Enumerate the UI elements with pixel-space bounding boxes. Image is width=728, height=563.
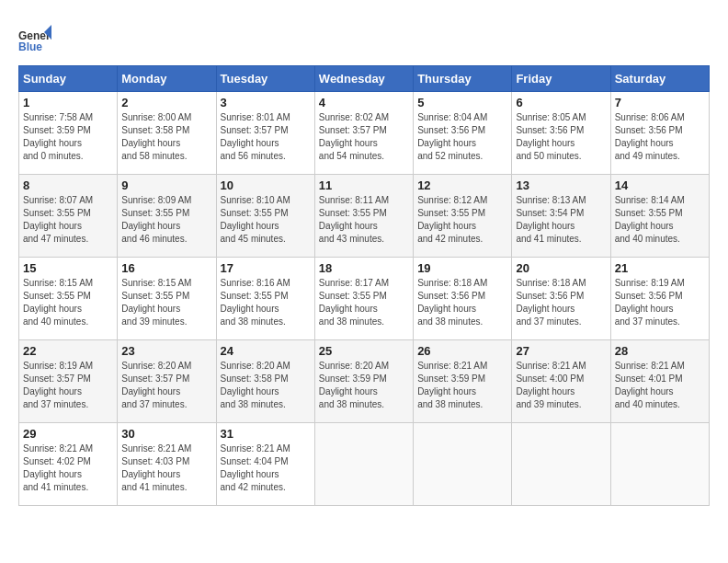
- day-info: Sunrise: 8:15 AMSunset: 3:55 PMDaylight …: [23, 277, 113, 328]
- calendar-table: SundayMondayTuesdayWednesdayThursdayFrid…: [18, 65, 710, 506]
- daylight-detail: and 38 minutes.: [319, 316, 384, 327]
- day-info: Sunrise: 8:05 AMSunset: 3:56 PMDaylight …: [516, 111, 606, 163]
- day-number: 9: [121, 178, 211, 192]
- day-info: Sunrise: 8:15 AMSunset: 3:55 PMDaylight …: [121, 277, 211, 328]
- daylight-label: Daylight hours: [23, 304, 82, 314]
- daylight-detail: and 41 minutes.: [23, 482, 88, 492]
- daylight-detail: and 38 minutes.: [417, 316, 483, 327]
- daylight-label: Daylight hours: [221, 138, 279, 148]
- calendar-day-cell: 19Sunrise: 8:18 AMSunset: 3:56 PMDayligh…: [414, 258, 512, 340]
- day-number: 7: [615, 96, 705, 109]
- calendar-day-cell: 9Sunrise: 8:09 AMSunset: 3:55 PMDaylight…: [118, 175, 216, 258]
- day-number: 22: [23, 344, 113, 358]
- daylight-label: Daylight hours: [221, 386, 279, 396]
- day-number: 20: [516, 261, 606, 275]
- daylight-detail: and 37 minutes.: [121, 399, 187, 409]
- day-number: 28: [615, 344, 705, 358]
- daylight-label: Daylight hours: [319, 304, 378, 314]
- daylight-label: Daylight hours: [417, 304, 476, 314]
- calendar-day-cell: 5Sunrise: 8:04 AMSunset: 3:56 PMDaylight…: [414, 92, 512, 175]
- daylight-detail: and 47 minutes.: [23, 234, 88, 244]
- daylight-label: Daylight hours: [319, 221, 378, 231]
- calendar-week-row: 29Sunrise: 8:21 AMSunset: 4:02 PMDayligh…: [19, 423, 710, 506]
- daylight-detail: and 39 minutes.: [121, 316, 187, 327]
- daylight-detail: and 37 minutes.: [23, 399, 88, 409]
- daylight-detail: and 49 minutes.: [615, 151, 680, 161]
- daylight-label: Daylight hours: [516, 221, 574, 231]
- empty-cell: [512, 423, 610, 506]
- day-number: 6: [516, 96, 606, 109]
- daylight-detail: and 40 minutes.: [23, 316, 88, 327]
- day-info: Sunrise: 8:19 AMSunset: 3:57 PMDaylight …: [23, 360, 113, 411]
- daylight-label: Daylight hours: [417, 138, 476, 148]
- calendar-day-cell: 26Sunrise: 8:21 AMSunset: 3:59 PMDayligh…: [414, 340, 512, 423]
- day-info: Sunrise: 8:21 AMSunset: 3:59 PMDaylight …: [417, 360, 507, 411]
- day-info: Sunrise: 8:12 AMSunset: 3:55 PMDaylight …: [417, 194, 507, 246]
- calendar-week-row: 15Sunrise: 8:15 AMSunset: 3:55 PMDayligh…: [19, 258, 710, 340]
- daylight-detail: and 52 minutes.: [417, 151, 483, 161]
- daylight-label: Daylight hours: [23, 221, 82, 231]
- day-info: Sunrise: 8:06 AMSunset: 3:56 PMDaylight …: [615, 111, 705, 163]
- daylight-label: Daylight hours: [615, 221, 674, 231]
- calendar-week-row: 22Sunrise: 8:19 AMSunset: 3:57 PMDayligh…: [19, 340, 710, 423]
- col-header-monday: Monday: [118, 66, 216, 92]
- day-info: Sunrise: 8:09 AMSunset: 3:55 PMDaylight …: [121, 194, 211, 246]
- day-number: 18: [319, 261, 409, 275]
- daylight-label: Daylight hours: [615, 386, 674, 396]
- daylight-label: Daylight hours: [23, 138, 82, 148]
- daylight-detail: and 41 minutes.: [516, 234, 581, 244]
- daylight-label: Daylight hours: [23, 469, 82, 479]
- day-info: Sunrise: 8:21 AMSunset: 4:03 PMDaylight …: [121, 442, 211, 494]
- daylight-detail: and 40 minutes.: [615, 399, 680, 409]
- calendar-day-cell: 31Sunrise: 8:21 AMSunset: 4:04 PMDayligh…: [216, 423, 314, 506]
- day-number: 30: [121, 427, 211, 441]
- daylight-detail: and 40 minutes.: [615, 234, 680, 244]
- calendar-day-cell: 11Sunrise: 8:11 AMSunset: 3:55 PMDayligh…: [314, 175, 413, 258]
- day-info: Sunrise: 8:11 AMSunset: 3:55 PMDaylight …: [319, 194, 409, 246]
- day-info: Sunrise: 8:20 AMSunset: 3:58 PMDaylight …: [221, 360, 311, 411]
- calendar-day-cell: 24Sunrise: 8:20 AMSunset: 3:58 PMDayligh…: [216, 340, 314, 423]
- day-info: Sunrise: 8:18 AMSunset: 3:56 PMDaylight …: [516, 277, 606, 328]
- day-number: 13: [516, 178, 606, 192]
- daylight-label: Daylight hours: [121, 469, 180, 479]
- day-info: Sunrise: 8:20 AMSunset: 3:57 PMDaylight …: [121, 360, 211, 411]
- col-header-thursday: Thursday: [414, 66, 512, 92]
- daylight-detail: and 46 minutes.: [121, 234, 187, 244]
- col-header-saturday: Saturday: [610, 66, 709, 92]
- calendar-day-cell: 27Sunrise: 8:21 AMSunset: 4:00 PMDayligh…: [512, 340, 610, 423]
- daylight-label: Daylight hours: [221, 469, 279, 479]
- daylight-detail: and 56 minutes.: [221, 151, 286, 161]
- daylight-detail: and 0 minutes.: [23, 151, 84, 161]
- daylight-label: Daylight hours: [615, 138, 674, 148]
- day-number: 1: [23, 96, 113, 109]
- calendar-day-cell: 28Sunrise: 8:21 AMSunset: 4:01 PMDayligh…: [610, 340, 709, 423]
- calendar-day-cell: 3Sunrise: 8:01 AMSunset: 3:57 PMDaylight…: [216, 92, 314, 175]
- calendar-day-cell: 1Sunrise: 7:58 AMSunset: 3:59 PMDaylight…: [19, 92, 118, 175]
- daylight-label: Daylight hours: [319, 138, 378, 148]
- day-number: 31: [221, 427, 311, 441]
- calendar-week-row: 8Sunrise: 8:07 AMSunset: 3:55 PMDaylight…: [19, 175, 710, 258]
- day-number: 12: [417, 178, 507, 192]
- empty-cell: [414, 423, 512, 506]
- calendar-day-cell: 7Sunrise: 8:06 AMSunset: 3:56 PMDaylight…: [610, 92, 709, 175]
- day-info: Sunrise: 8:13 AMSunset: 3:54 PMDaylight …: [516, 194, 606, 246]
- day-number: 27: [516, 344, 606, 358]
- daylight-detail: and 39 minutes.: [516, 399, 581, 409]
- daylight-label: Daylight hours: [221, 304, 279, 314]
- calendar-day-cell: 15Sunrise: 8:15 AMSunset: 3:55 PMDayligh…: [19, 258, 118, 340]
- day-info: Sunrise: 8:21 AMSunset: 4:02 PMDaylight …: [23, 442, 113, 494]
- daylight-label: Daylight hours: [516, 386, 574, 396]
- daylight-detail: and 37 minutes.: [615, 316, 680, 327]
- daylight-detail: and 37 minutes.: [516, 316, 581, 327]
- calendar-day-cell: 4Sunrise: 8:02 AMSunset: 3:57 PMDaylight…: [314, 92, 413, 175]
- calendar-day-cell: 10Sunrise: 8:10 AMSunset: 3:55 PMDayligh…: [216, 175, 314, 258]
- logo: General Blue: [18, 23, 55, 56]
- daylight-detail: and 38 minutes.: [221, 316, 286, 327]
- empty-cell: [610, 423, 709, 506]
- daylight-detail: and 58 minutes.: [121, 151, 187, 161]
- day-number: 17: [221, 261, 311, 275]
- day-number: 29: [23, 427, 113, 441]
- daylight-detail: and 50 minutes.: [516, 151, 581, 161]
- day-info: Sunrise: 8:19 AMSunset: 3:56 PMDaylight …: [615, 277, 705, 328]
- col-header-wednesday: Wednesday: [314, 66, 413, 92]
